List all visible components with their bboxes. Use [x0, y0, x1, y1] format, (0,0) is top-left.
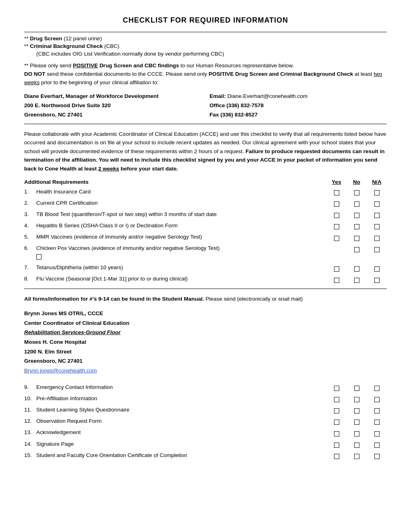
- checkbox-no[interactable]: [347, 200, 367, 208]
- checklist-items-1-8: 1. Health Insurance Card 2. Current CPR …: [24, 187, 387, 285]
- checklist-row: 1. Health Insurance Card: [24, 187, 387, 198]
- checklist-row: 13. Acknowledgement: [24, 427, 387, 438]
- additional-requirements-label: Additional Requirements: [24, 179, 326, 185]
- checkbox-yes[interactable]: [326, 234, 347, 241]
- checkbox-no[interactable]: [347, 384, 367, 392]
- checklist-row: 10. Pre-Affiliation Information: [24, 393, 387, 405]
- checkbox-no[interactable]: [347, 222, 367, 230]
- checkbox-yes[interactable]: [326, 222, 347, 230]
- checkbox-no[interactable]: [347, 429, 367, 437]
- checkbox-na[interactable]: [367, 276, 387, 283]
- checkbox-yes[interactable]: [326, 384, 347, 392]
- checkbox-no[interactable]: [347, 189, 367, 196]
- drug-screen-line: ** Drug Screen (12 panel urine): [24, 35, 387, 42]
- contact-right: Email: Diane.Everhart@conehealth.com Off…: [210, 92, 387, 120]
- contact-address2: Greensboro, NC 27401: [24, 110, 201, 120]
- drug-screen-label: Drug Screen: [30, 35, 62, 42]
- positive-notice: ** Please only send POSITIVE Drug Screen…: [24, 62, 387, 87]
- checkbox-na[interactable]: [367, 234, 387, 241]
- brynn-contact: Brynn Jones MS OTR/L, CCCE Center Coordi…: [24, 309, 387, 375]
- contact-email: Email: Diane.Everhart@conehealth.com: [210, 92, 387, 101]
- criminal-bg-line1: ** Criminal Background Check (CBC): [24, 43, 387, 49]
- checkbox-na[interactable]: [367, 189, 387, 196]
- checkbox-na[interactable]: [367, 429, 387, 437]
- brynn-hospital: Moses H. Cone Hospital: [24, 337, 387, 347]
- checkbox-no[interactable]: [347, 264, 367, 272]
- checkbox-na[interactable]: [367, 264, 387, 272]
- checkbox-na[interactable]: [367, 211, 387, 219]
- checkbox-na[interactable]: [367, 395, 387, 403]
- checkbox-no[interactable]: [347, 407, 367, 414]
- checkbox-no[interactable]: [347, 276, 367, 283]
- mid-divider2: [24, 289, 387, 289]
- checklist-row: 9. Emergency Contact Information: [24, 382, 387, 393]
- checklist-row: 7. Tetanus/Diphtheria (within 10 years): [24, 262, 387, 274]
- brynn-street: 1200 N. Elm Street: [24, 347, 387, 357]
- checklist-row: 14. Signature Page: [24, 439, 387, 450]
- criminal-qualifier: **: [24, 43, 30, 49]
- checkbox-yes[interactable]: [326, 418, 347, 426]
- col-na: N/A: [367, 179, 387, 185]
- checklist-row: 15. Student and Faculty Core Orientation…: [24, 450, 387, 461]
- checkbox-na[interactable]: [367, 441, 387, 449]
- checkbox-yes[interactable]: [326, 429, 347, 437]
- col-no: No: [347, 179, 367, 185]
- checkbox-yes[interactable]: [326, 452, 347, 460]
- checkbox-no[interactable]: [347, 452, 367, 460]
- checkbox-na[interactable]: [367, 384, 387, 392]
- checkbox-yes[interactable]: [326, 200, 347, 208]
- checkbox-na[interactable]: [367, 452, 387, 460]
- checklist-row: 6. Chicken Pox Vaccines (evidence of imm…: [24, 243, 387, 262]
- top-divider: [24, 32, 387, 32]
- checklist-header: Additional Requirements Yes No N/A: [24, 179, 387, 185]
- criminal-label: Criminal Background Check: [30, 43, 103, 49]
- brynn-email[interactable]: Brynn.jones@conehealth.com: [24, 366, 387, 376]
- checkbox-no[interactable]: [347, 211, 367, 219]
- checklist-row: 3. TB Blood Test (quantiferon/T-spot or …: [24, 209, 387, 220]
- mid-divider1: [24, 124, 387, 124]
- brynn-dept: Rehabilitation Services-Ground Floor: [24, 328, 387, 337]
- checklist-row: 2. Current CPR Certification: [24, 198, 387, 209]
- page-title: CHECKLIST FOR REQUIRED INFORMATION: [24, 16, 387, 25]
- checkbox-no[interactable]: [347, 441, 367, 449]
- checkbox-na[interactable]: [367, 418, 387, 426]
- checkbox-na[interactable]: [367, 200, 387, 208]
- drug-screen-detail: (12 panel urine): [64, 35, 102, 42]
- contact-left: Diane Everhart, Manager of Workforce Dev…: [24, 92, 201, 120]
- drug-screen-qualifier: **: [24, 35, 30, 42]
- col-headers: Yes No N/A: [326, 179, 387, 185]
- student-manual-notice: All forms/information for #’s 9-14 can b…: [24, 295, 387, 303]
- checkbox-yes[interactable]: [326, 441, 347, 449]
- checkbox-yes[interactable]: [326, 395, 347, 403]
- checklist-items-9-15: 9. Emergency Contact Information 10. Pre…: [24, 382, 387, 461]
- checkbox-no[interactable]: [347, 234, 367, 241]
- contact-name-title: Diane Everhart, Manager of Workforce Dev…: [24, 92, 201, 101]
- checkbox-yes[interactable]: [326, 189, 347, 196]
- main-paragraph: Please collaborate with your Academic Co…: [24, 130, 387, 173]
- checkbox-na[interactable]: [367, 407, 387, 414]
- checkbox-yes[interactable]: [326, 211, 347, 219]
- checkbox-na[interactable]: [367, 245, 387, 253]
- checklist-row: 12. Observation Request Form: [24, 416, 387, 427]
- checklist-row: 5. MMR Vaccines (evidence of immunity an…: [24, 232, 387, 243]
- checkbox-no[interactable]: [347, 245, 367, 253]
- brynn-title: Center Coordinator of Clinical Education: [24, 318, 387, 328]
- contact-fax: Fax (336) 832-8527: [210, 110, 387, 120]
- criminal-bg-detail: (CBC includes OIG List Verification norm…: [36, 51, 387, 57]
- contact-block: Diane Everhart, Manager of Workforce Dev…: [24, 92, 387, 120]
- checkbox-yes[interactable]: [326, 276, 347, 283]
- checklist-row: 11. Student Learning Styles Questionnair…: [24, 405, 387, 416]
- checkbox-na[interactable]: [367, 222, 387, 230]
- checklist-row: 4. Hepatitis B Series (OSHA Class II or …: [24, 220, 387, 232]
- checkbox-no[interactable]: [347, 418, 367, 426]
- criminal-abbr: (CBC): [104, 43, 120, 49]
- contact-office: Office (336) 832-7578: [210, 101, 387, 110]
- contact-address1: 200 E. Northwood Drive Suite 320: [24, 101, 201, 110]
- checklist-row: 8. Flu Vaccine (Seasonal [Oct 1-Mar 31] …: [24, 274, 387, 285]
- col-yes: Yes: [326, 179, 347, 185]
- checkbox-yes[interactable]: [326, 407, 347, 414]
- brynn-name: Brynn Jones MS OTR/L, CCCE: [24, 309, 387, 318]
- checkbox-yes[interactable]: [326, 264, 347, 272]
- checkbox-no[interactable]: [347, 395, 367, 403]
- brynn-city: Greensboro, NC 27401: [24, 356, 387, 366]
